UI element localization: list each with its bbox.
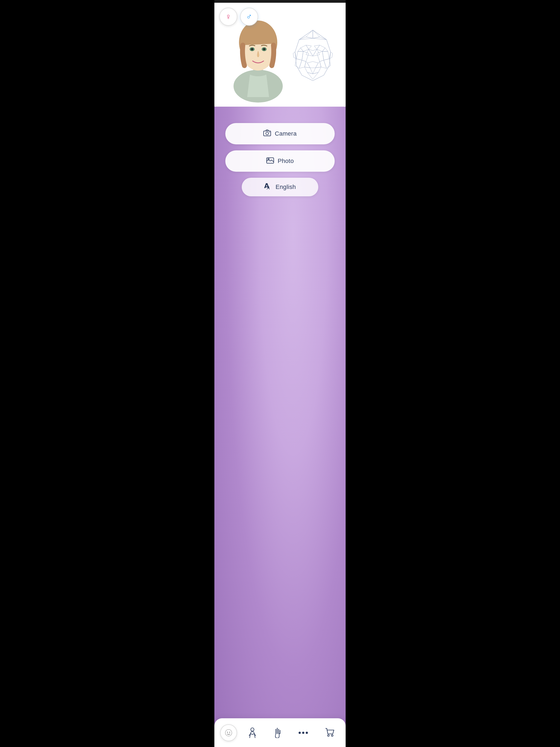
purple-section: Camera Photo 𝗔 A English <box>214 107 346 747</box>
male-gender-button[interactable]: ♂ <box>240 8 258 26</box>
svg-marker-14 <box>306 45 311 49</box>
smiley-button[interactable] <box>220 724 237 741</box>
svg-point-39 <box>266 132 269 135</box>
svg-marker-16 <box>317 45 325 51</box>
svg-point-45 <box>225 729 232 736</box>
svg-point-51 <box>306 732 308 734</box>
status-bar <box>214 0 346 3</box>
svg-marker-15 <box>298 48 303 51</box>
translate-icon: 𝗔 A <box>264 183 272 191</box>
language-button[interactable]: 𝗔 A English <box>242 178 318 196</box>
svg-marker-19 <box>309 49 317 56</box>
nav-person[interactable] <box>243 725 262 741</box>
male-symbol-icon: ♂ <box>246 12 252 21</box>
svg-point-53 <box>331 735 333 736</box>
svg-marker-25 <box>317 51 324 61</box>
svg-marker-26 <box>307 61 318 68</box>
camera-icon <box>263 130 271 138</box>
svg-point-48 <box>251 728 254 731</box>
svg-marker-23 <box>302 51 309 61</box>
svg-marker-18 <box>322 48 328 51</box>
svg-marker-13 <box>301 45 309 51</box>
svg-point-50 <box>302 732 304 734</box>
svg-marker-37 <box>329 52 332 59</box>
svg-point-47 <box>229 732 230 732</box>
svg-point-7 <box>263 48 265 50</box>
language-label: English <box>276 183 296 190</box>
svg-point-49 <box>299 732 301 734</box>
svg-marker-31 <box>307 73 318 79</box>
female-gender-button[interactable]: ♀ <box>219 8 237 26</box>
face-wireframe <box>291 27 335 82</box>
svg-point-40 <box>269 132 270 133</box>
person-photo <box>228 19 288 107</box>
nav-more[interactable] <box>292 728 314 737</box>
female-symbol-icon: ♀ <box>225 12 232 21</box>
svg-text:A: A <box>266 186 270 190</box>
photo-label: Photo <box>278 157 294 164</box>
svg-marker-36 <box>293 52 297 59</box>
svg-point-46 <box>227 732 228 732</box>
svg-marker-17 <box>314 45 320 49</box>
svg-point-6 <box>251 48 253 50</box>
svg-point-42 <box>268 159 269 160</box>
nav-cart[interactable] <box>320 725 340 741</box>
camera-button[interactable]: Camera <box>225 123 335 145</box>
photo-button[interactable]: Photo <box>225 150 335 172</box>
photo-icon <box>266 157 274 165</box>
gender-selector: ♀ ♂ <box>214 3 263 26</box>
nav-hand[interactable] <box>268 725 287 741</box>
svg-point-52 <box>328 735 329 736</box>
bottom-navigation <box>214 718 346 747</box>
app-container: ♀ ♂ <box>214 0 346 747</box>
camera-label: Camera <box>275 130 297 137</box>
